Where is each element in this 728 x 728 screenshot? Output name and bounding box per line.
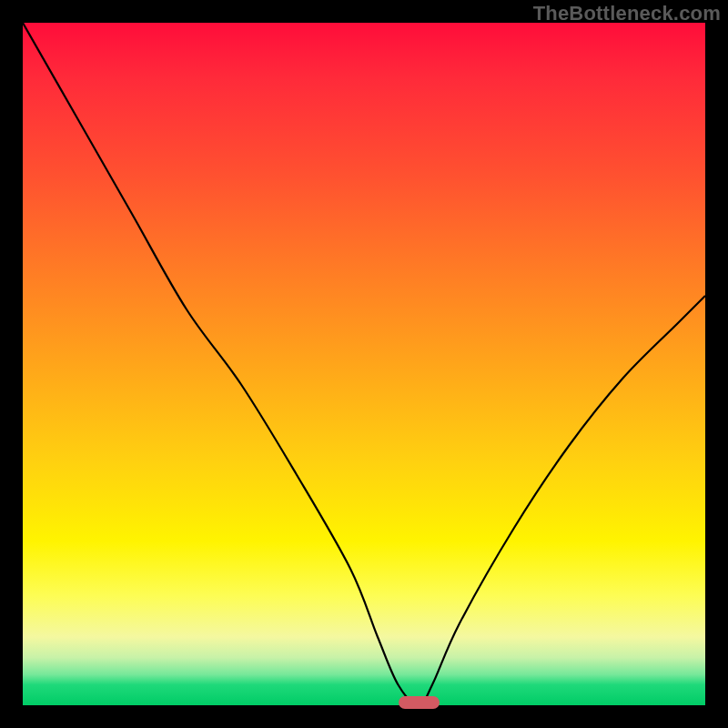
plot-area [23,23,705,705]
watermark-text: TheBottleneck.com [533,2,721,25]
chart-frame: TheBottleneck.com [0,0,728,728]
bottleneck-curve-path [23,23,705,705]
optimal-range-marker [399,696,440,709]
curve-svg [23,23,705,705]
